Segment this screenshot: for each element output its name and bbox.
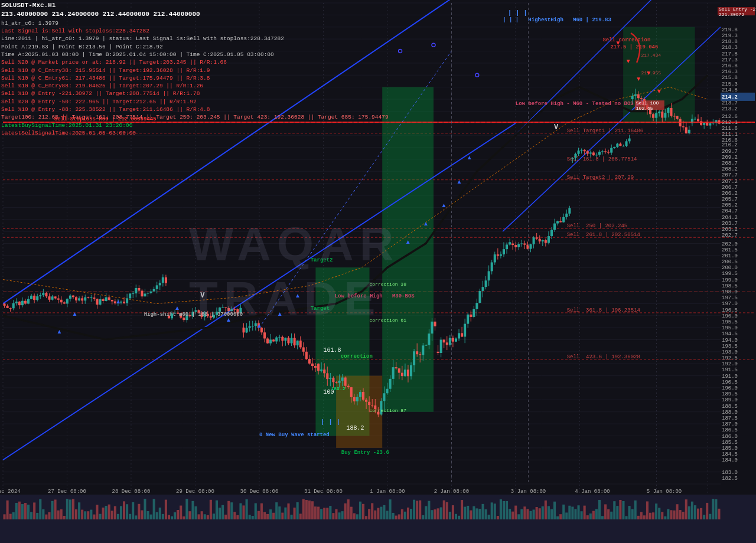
chart-container: SOLUSDT-Mxc.H1 213.40000000 214.24000000… (0, 0, 756, 543)
main-chart (0, 0, 756, 543)
